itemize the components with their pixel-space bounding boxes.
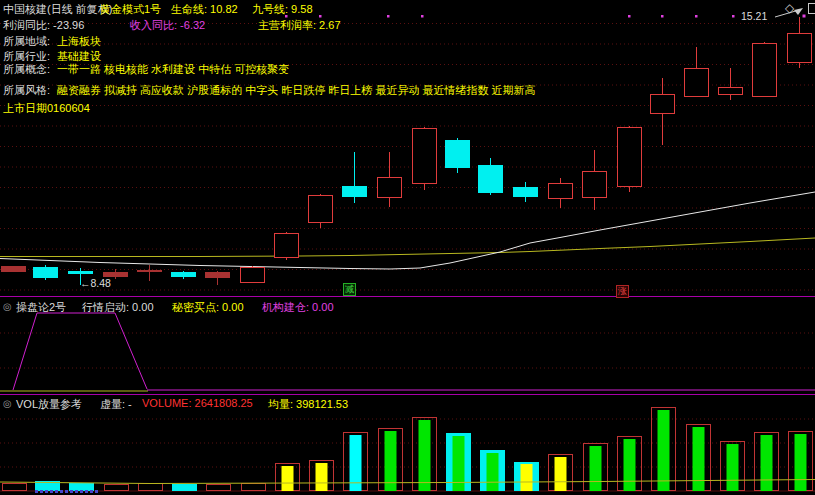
- region-value: 上海板块: [57, 34, 101, 49]
- indicator2-item1: 行情启动: 0.00: [82, 300, 154, 315]
- collapse-main-icon[interactable]: ◎: [87, 3, 96, 14]
- listing-date: 上市日期0160604: [3, 101, 90, 116]
- maximize-icon[interactable]: [808, 3, 815, 14]
- income-yoy: 收入同比: -6.32: [130, 18, 205, 33]
- collapse-indicator2-icon[interactable]: ◎: [3, 301, 12, 312]
- stock-chart-window: 中国核建(日线 前复权) ◎ 黄金模式1号 生命线: 10.82 九号线: 9.…: [0, 0, 815, 495]
- moving-averages-layer: [0, 192, 815, 269]
- indicator2-name: 操盘论2号: [16, 300, 66, 315]
- volume-name: VOL放量参考: [16, 397, 82, 412]
- volume-virtual: 虚量: -: [100, 397, 132, 412]
- style-label: 所属风格:: [3, 83, 50, 98]
- concept-label: 所属概念:: [3, 62, 50, 77]
- limit-up-marker[interactable]: 涨: [616, 285, 629, 298]
- low-price-label: ←8.48: [80, 277, 111, 289]
- volume-value: VOLUME: 2641808.25: [142, 397, 253, 409]
- profit-margin: 主营利润率: 2.67: [258, 18, 341, 33]
- diamond-icon[interactable]: ◇: [785, 1, 794, 15]
- indicator-mode-label: 黄金模式1号: [100, 2, 161, 17]
- nine-line-value: 九号线: 9.58: [252, 2, 313, 17]
- life-line-value: 生命线: 10.82: [171, 2, 238, 17]
- indicator2-item3: 机构建仓: 0.00: [262, 300, 334, 315]
- region-label: 所属地域:: [3, 34, 50, 49]
- signal-dots-layer: [285, 8, 806, 18]
- concept-value: 一带一路 核电核能 水利建设 中特估 可控核聚变: [57, 62, 289, 77]
- indicator2-item2: 秘密买点: 0.00: [172, 300, 244, 315]
- reduce-holdings-marker[interactable]: 减: [343, 283, 356, 296]
- volume-layer: [0, 408, 815, 492]
- high-price-label: 15.21: [741, 10, 767, 22]
- stock-title: 中国核建(日线 前复权): [3, 2, 112, 17]
- volume-ma-value: 均量: 398121.53: [268, 397, 348, 412]
- style-value: 融资融券 拟减持 高应收款 沪股通标的 中字头 昨日跌停 昨日上榜 最近异动 最…: [57, 83, 536, 98]
- indicator2-layer: [0, 313, 815, 391]
- collapse-volume-icon[interactable]: ◎: [3, 398, 12, 409]
- profit-yoy: 利润同比: -23.96: [3, 18, 84, 33]
